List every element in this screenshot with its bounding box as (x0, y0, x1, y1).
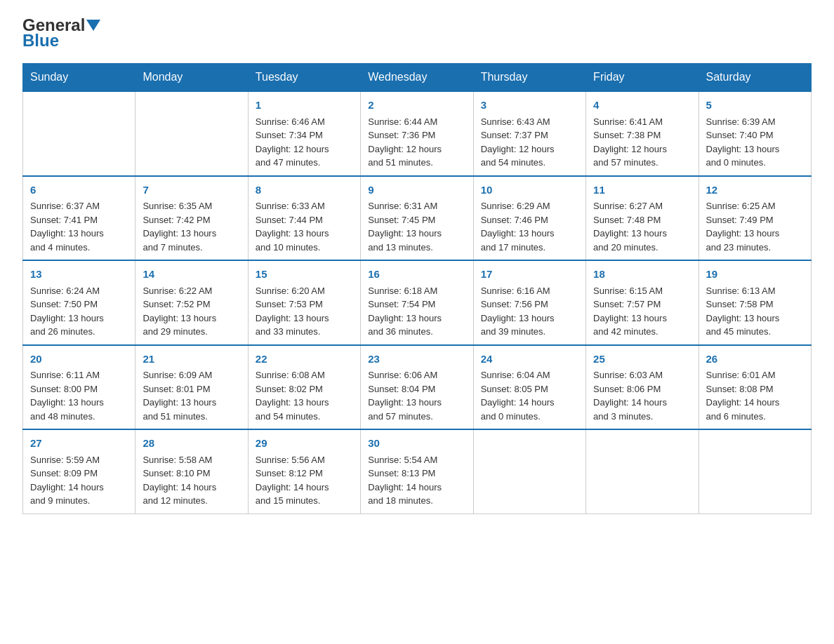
day-info-line: Sunrise: 6:15 AM (593, 284, 691, 298)
day-info-line: Daylight: 14 hours (706, 396, 804, 410)
day-info-line: Sunset: 7:52 PM (143, 297, 240, 311)
calendar-cell: 29Sunrise: 5:56 AMSunset: 8:12 PMDayligh… (248, 429, 360, 514)
day-info-line: Sunset: 8:12 PM (256, 467, 353, 481)
day-info-line: and 57 minutes. (368, 410, 465, 424)
day-info-line: and 0 minutes. (481, 410, 578, 424)
column-header-friday: Friday (586, 64, 699, 92)
svg-marker-0 (86, 20, 100, 31)
day-info-line: Sunrise: 6:20 AM (256, 284, 353, 298)
day-info-line: Sunrise: 6:41 AM (593, 115, 691, 129)
day-info-line: Sunrise: 6:46 AM (256, 115, 353, 129)
day-info-line: Daylight: 13 hours (706, 142, 804, 156)
calendar-header-row: SundayMondayTuesdayWednesdayThursdayFrid… (23, 64, 812, 92)
day-info-line: Daylight: 13 hours (593, 227, 691, 241)
day-number: 10 (481, 182, 578, 199)
day-info-line: Sunrise: 6:09 AM (143, 368, 240, 382)
column-header-wednesday: Wednesday (361, 64, 473, 92)
day-info-line: Daylight: 13 hours (593, 311, 691, 326)
day-number: 7 (143, 182, 240, 199)
day-info-line: and 29 minutes. (143, 325, 240, 339)
calendar-week-row: 6Sunrise: 6:37 AMSunset: 7:41 PMDaylight… (23, 176, 812, 261)
day-info-line: Sunset: 8:13 PM (368, 467, 465, 481)
calendar-cell: 25Sunrise: 6:03 AMSunset: 8:06 PMDayligh… (586, 345, 699, 430)
day-info-line: Sunset: 8:06 PM (593, 382, 691, 396)
calendar-cell (473, 429, 585, 514)
day-info-line: Sunset: 7:48 PM (593, 213, 691, 227)
day-info-line: and 0 minutes. (706, 156, 804, 170)
day-info-line: Daylight: 13 hours (256, 396, 353, 410)
logo: General Blue (22, 17, 102, 49)
day-info-line: Daylight: 14 hours (593, 396, 691, 410)
day-info-line: Sunrise: 6:35 AM (143, 199, 240, 213)
logo-arrow-icon (86, 18, 100, 32)
day-info-line: Sunset: 7:38 PM (593, 128, 691, 142)
calendar-table: SundayMondayTuesdayWednesdayThursdayFrid… (22, 63, 812, 514)
day-info-line: Sunrise: 6:37 AM (30, 199, 128, 213)
calendar-cell: 21Sunrise: 6:09 AMSunset: 8:01 PMDayligh… (135, 345, 248, 430)
day-info-line: Sunrise: 6:08 AM (256, 368, 353, 382)
day-info-line: and 42 minutes. (593, 325, 691, 339)
day-info-line: Sunrise: 6:04 AM (481, 368, 578, 382)
day-info-line: Sunset: 7:45 PM (368, 213, 465, 227)
calendar-cell: 14Sunrise: 6:22 AMSunset: 7:52 PMDayligh… (135, 260, 248, 345)
day-number: 26 (706, 351, 804, 368)
calendar-cell: 28Sunrise: 5:58 AMSunset: 8:10 PMDayligh… (135, 429, 248, 514)
day-info-line: Sunset: 8:05 PM (481, 382, 578, 396)
day-info-line: and 13 minutes. (368, 241, 465, 255)
day-info-line: Sunrise: 6:39 AM (706, 115, 804, 129)
calendar-week-row: 13Sunrise: 6:24 AMSunset: 7:50 PMDayligh… (23, 260, 812, 345)
day-info-line: Sunrise: 6:33 AM (256, 199, 353, 213)
day-number: 9 (368, 182, 465, 199)
day-info-line: and 23 minutes. (706, 241, 804, 255)
day-number: 28 (143, 436, 240, 452)
day-info-line: Sunrise: 6:13 AM (706, 284, 804, 298)
day-info-line: Daylight: 12 hours (256, 142, 353, 156)
day-info-line: Daylight: 14 hours (30, 481, 128, 495)
day-info-line: Sunrise: 5:56 AM (256, 453, 353, 467)
day-info-line: Sunrise: 6:03 AM (593, 368, 691, 382)
column-header-thursday: Thursday (473, 64, 585, 92)
calendar-cell: 4Sunrise: 6:41 AMSunset: 7:38 PMDaylight… (586, 91, 699, 176)
calendar-cell: 5Sunrise: 6:39 AMSunset: 7:40 PMDaylight… (699, 91, 811, 176)
day-info-line: Sunrise: 5:59 AM (30, 453, 128, 467)
day-info-line: Daylight: 13 hours (143, 227, 240, 241)
calendar-cell (135, 91, 248, 176)
day-info-line: Sunrise: 6:18 AM (368, 284, 465, 298)
day-info-line: Sunset: 8:00 PM (30, 382, 128, 396)
calendar-cell: 26Sunrise: 6:01 AMSunset: 8:08 PMDayligh… (699, 345, 811, 430)
day-info-line: Sunset: 7:46 PM (481, 213, 578, 227)
day-info-line: and 10 minutes. (256, 241, 353, 255)
calendar-cell: 17Sunrise: 6:16 AMSunset: 7:56 PMDayligh… (473, 260, 585, 345)
calendar-cell: 27Sunrise: 5:59 AMSunset: 8:09 PMDayligh… (23, 429, 135, 514)
day-info-line: Daylight: 12 hours (593, 142, 691, 156)
day-info-line: and 7 minutes. (143, 241, 240, 255)
day-number: 12 (706, 182, 804, 199)
day-number: 13 (30, 267, 128, 283)
day-info-line: Sunset: 7:57 PM (593, 297, 691, 311)
calendar-cell (23, 91, 135, 176)
day-info-line: Sunset: 7:53 PM (256, 297, 353, 311)
day-number: 24 (481, 351, 578, 368)
day-info-line: and 54 minutes. (256, 410, 353, 424)
day-info-line: Daylight: 13 hours (368, 396, 465, 410)
day-info-line: Sunrise: 5:58 AM (143, 453, 240, 467)
calendar-cell: 18Sunrise: 6:15 AMSunset: 7:57 PMDayligh… (586, 260, 699, 345)
day-info-line: and 47 minutes. (256, 156, 353, 170)
day-number: 6 (30, 182, 128, 199)
day-info-line: Sunset: 8:02 PM (256, 382, 353, 396)
day-info-line: Sunset: 7:44 PM (256, 213, 353, 227)
day-info-line: Sunset: 7:54 PM (368, 297, 465, 311)
calendar-cell: 20Sunrise: 6:11 AMSunset: 8:00 PMDayligh… (23, 345, 135, 430)
day-info-line: Sunset: 8:01 PM (143, 382, 240, 396)
calendar-cell: 12Sunrise: 6:25 AMSunset: 7:49 PMDayligh… (699, 176, 811, 261)
day-info-line: and 39 minutes. (481, 325, 578, 339)
day-info-line: Sunset: 7:34 PM (256, 128, 353, 142)
day-info-line: Sunset: 7:50 PM (30, 297, 128, 311)
day-info-line: Daylight: 13 hours (143, 396, 240, 410)
day-number: 29 (256, 436, 353, 452)
calendar-cell: 1Sunrise: 6:46 AMSunset: 7:34 PMDaylight… (248, 91, 360, 176)
calendar-cell: 8Sunrise: 6:33 AMSunset: 7:44 PMDaylight… (248, 176, 360, 261)
day-info-line: Sunset: 8:09 PM (30, 467, 128, 481)
day-number: 18 (593, 267, 691, 283)
day-number: 20 (30, 351, 128, 368)
